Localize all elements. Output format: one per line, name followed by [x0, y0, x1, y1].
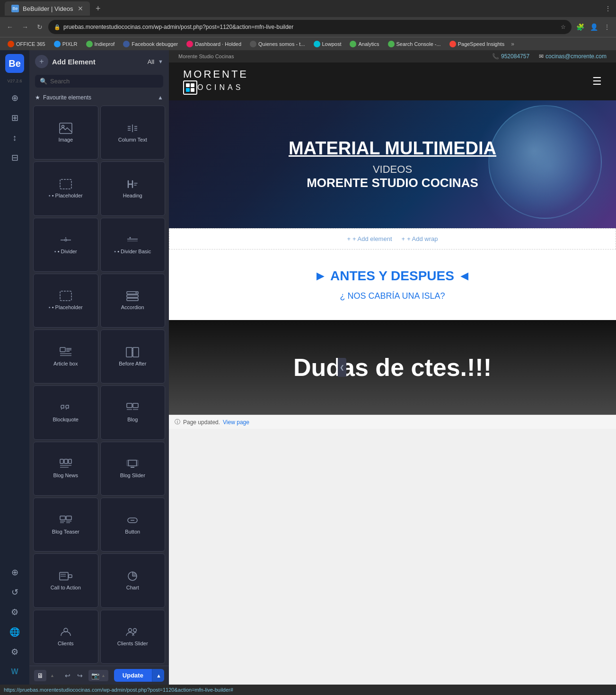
- antes-title: ► ANTES Y DESPUES ◄: [197, 268, 588, 284]
- element-column-text[interactable]: Column Text: [100, 106, 166, 160]
- history-icon[interactable]: ↺: [6, 583, 24, 601]
- bottom-bar: 🖥 ▲ ↩ ↪ 📷 ▲ Update ▲: [29, 666, 169, 685]
- reload-button[interactable]: ↻: [34, 21, 45, 33]
- element-divider-basic[interactable]: • • Divider Basic: [100, 218, 166, 272]
- element-article-box[interactable]: Article box: [33, 330, 98, 383]
- globe-icon[interactable]: 🌐: [6, 623, 24, 641]
- update-button-group: Update ▲: [114, 669, 164, 682]
- site-phone-link[interactable]: 952084757: [501, 53, 529, 60]
- bookmark-indieprof[interactable]: Indieprof: [82, 40, 119, 48]
- phone-icon: 📞: [492, 53, 499, 60]
- svg-rect-21: [126, 348, 132, 357]
- page-updated-label: Page updated.: [183, 419, 220, 426]
- browser-titlebar: Be BeBuilder | Videos ✕ + ⋮: [0, 0, 616, 17]
- filters-icon[interactable]: ⚙: [6, 603, 24, 621]
- element-blog-news-label: Blog News: [53, 472, 78, 479]
- bookmark-fb-debug[interactable]: Facebook debugger: [119, 40, 182, 48]
- element-chart-label: Chart: [126, 585, 139, 591]
- star-icon: ★: [35, 94, 40, 101]
- svg-rect-12: [127, 295, 138, 297]
- redo-button[interactable]: ↪: [74, 670, 86, 681]
- view-page-link[interactable]: View page: [223, 419, 249, 426]
- add-element-bar: + + Add element + + Add wrap: [169, 228, 616, 249]
- bookmark-lowpost[interactable]: Lowpost: [310, 40, 345, 48]
- element-blog-teaser[interactable]: Blog Teaser: [33, 498, 98, 552]
- svg-point-9: [130, 237, 131, 239]
- new-tab-button[interactable]: +: [94, 2, 103, 16]
- bookmark-star-icon[interactable]: ☆: [561, 24, 566, 30]
- collapse-panel-button[interactable]: ❮: [338, 358, 346, 377]
- bookmarks-overflow[interactable]: »: [511, 41, 514, 47]
- bookmark-label: OFFICE 365: [16, 41, 45, 47]
- tab-close-button[interactable]: ✕: [78, 5, 83, 12]
- element-accordion[interactable]: Accordion: [100, 274, 166, 328]
- element-chart[interactable]: Chart: [100, 553, 166, 607]
- tab-overflow-button[interactable]: ⋮: [605, 5, 611, 12]
- address-bar[interactable]: 🔒 pruebas.morentestudiococinas.com/wp-ad…: [48, 20, 572, 34]
- hamburger-menu-button[interactable]: ☰: [592, 75, 602, 88]
- element-placeholder2[interactable]: • • Placeholder: [33, 274, 98, 328]
- add-element-circle-button[interactable]: +: [35, 55, 48, 68]
- canvas-scroll[interactable]: Morente Studio Cocinas 📞 952084757 ✉ coc…: [169, 50, 616, 685]
- bookmark-dashboard[interactable]: Dashboard · Holded: [183, 40, 245, 48]
- svg-point-4: [65, 239, 67, 241]
- update-dropdown-button[interactable]: ▲: [152, 669, 164, 682]
- element-blog-news[interactable]: Blog News: [33, 442, 98, 496]
- undo-button[interactable]: ↩: [62, 670, 73, 681]
- placeholder1-icon: [59, 178, 72, 190]
- grid-icon[interactable]: ⊞: [6, 109, 24, 127]
- layout-icon[interactable]: ⊟: [6, 149, 24, 167]
- profile-icon[interactable]: 👤: [588, 22, 600, 32]
- search-input[interactable]: [50, 78, 158, 85]
- element-placeholder1[interactable]: • • Placeholder: [33, 161, 98, 215]
- blog-slider-icon: [126, 458, 139, 470]
- layers-icon[interactable]: ⊕: [6, 563, 24, 581]
- section-collapse-icon[interactable]: ▲: [158, 94, 163, 101]
- add-element-button[interactable]: + + Add element: [347, 235, 392, 242]
- add-section-icon[interactable]: ⊕: [6, 89, 24, 107]
- extensions-icon[interactable]: 🧩: [574, 22, 586, 32]
- element-blockquote[interactable]: Blockquote: [33, 385, 98, 439]
- bookmark-search-console[interactable]: Search Console -...: [384, 40, 445, 48]
- element-clients-label: Clients: [58, 641, 74, 647]
- element-clients-slider[interactable]: Clients Slider: [100, 610, 166, 664]
- browser-addressbar: ← → ↻ 🔒 pruebas.morentestudiococinas.com…: [0, 17, 616, 37]
- canvas-area: ❮ Morente Studio Cocinas 📞 952084757 ✉ c…: [169, 50, 616, 685]
- site-email-link[interactable]: cocinas@cmorente.com: [546, 53, 607, 60]
- element-call-to-action[interactable]: Call to Action: [33, 553, 98, 607]
- address-bar-icons: ☆: [561, 24, 566, 30]
- content-section: ► ANTES Y DESPUES ◄ ¿ NOS CABRÍA UNA ISL…: [169, 249, 616, 320]
- update-button[interactable]: Update: [114, 669, 152, 682]
- element-clients[interactable]: Clients: [33, 610, 98, 664]
- element-before-after[interactable]: Before After: [100, 330, 166, 383]
- element-heading[interactable]: Heading: [100, 161, 166, 215]
- panel-filter-label[interactable]: All: [148, 58, 154, 65]
- element-button[interactable]: Button: [100, 498, 166, 552]
- desktop-device-arrow[interactable]: ▲: [47, 670, 57, 681]
- favourites-section-header[interactable]: ★ Favourite elements ▲: [29, 91, 169, 104]
- bookmark-pixlr[interactable]: PIXLR: [50, 40, 81, 48]
- desktop-device-button[interactable]: 🖥: [34, 670, 46, 681]
- browser-tab[interactable]: Be BeBuilder | Videos ✕: [5, 1, 90, 16]
- search-box[interactable]: 🔍: [35, 75, 163, 88]
- panel-filter-chevron[interactable]: ▼: [158, 59, 163, 64]
- element-divider[interactable]: • • Divider: [33, 218, 98, 272]
- snapshot-button[interactable]: 📷 ▲: [88, 670, 108, 681]
- settings-gear-icon[interactable]: ⚙: [6, 643, 24, 661]
- bookmark-label: Lowpost: [322, 41, 342, 47]
- bookmark-quienes[interactable]: Quienes somos - t...: [246, 40, 308, 48]
- back-button[interactable]: ←: [4, 21, 16, 33]
- forward-button[interactable]: →: [19, 21, 31, 33]
- settings-icon[interactable]: ⋮: [602, 22, 612, 32]
- bookmark-pagespeed[interactable]: PageSpeed Insights: [446, 40, 508, 48]
- wp-icon[interactable]: W: [6, 663, 24, 681]
- bookmark-office365[interactable]: OFFICE 365: [4, 40, 49, 48]
- element-blog[interactable]: Blog: [100, 385, 166, 439]
- article-box-icon: [59, 347, 72, 358]
- element-image[interactable]: Image: [33, 106, 98, 160]
- favourites-section-title: ★ Favourite elements: [35, 94, 91, 101]
- bookmark-analytics[interactable]: Analytics: [346, 40, 383, 48]
- arrows-icon[interactable]: ↕: [6, 129, 24, 147]
- element-blog-slider[interactable]: Blog Slider: [100, 442, 166, 496]
- add-wrap-button[interactable]: + + Add wrap: [402, 235, 438, 242]
